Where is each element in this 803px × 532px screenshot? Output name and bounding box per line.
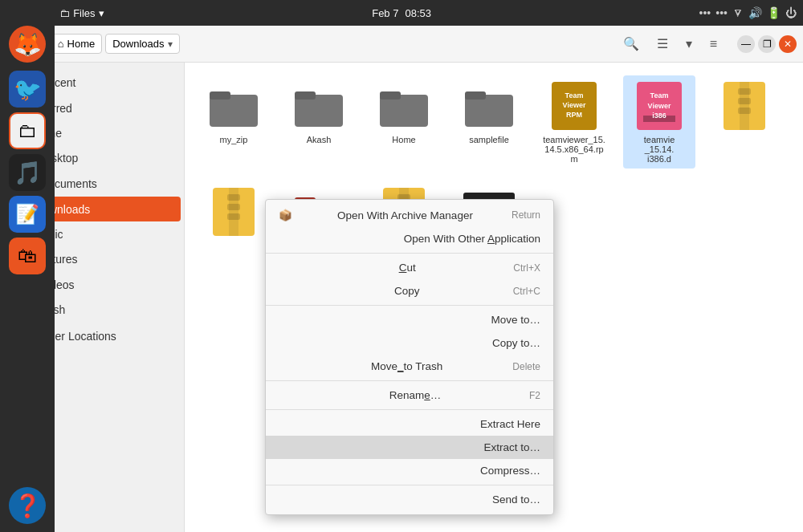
dots-icon-2[interactable]: ••• — [715, 6, 728, 19]
network-icon[interactable]: ⛛ — [732, 6, 744, 19]
file-item-mzip[interactable]: my_zip — [198, 75, 270, 169]
main-container: ‹ › ⌂ Home Downloads ▾ 🔍 ☰ ▾ ≡ — ❐ ✕ 🕐 R… — [0, 26, 803, 532]
ctx-copy-label: Copy — [394, 285, 420, 297]
files-menu[interactable]: 🗀 Files ▾ — [59, 7, 104, 19]
ctx-open-archive[interactable]: 📦 Open With Archive Manager Return — [266, 203, 553, 227]
folder-icon-akash — [293, 80, 344, 132]
path-label: Downloads — [112, 38, 164, 50]
ctx-compress[interactable]: Compress… — [266, 459, 553, 482]
ctx-cut-label: Cut — [399, 262, 416, 274]
files-label: Files — [73, 7, 95, 19]
toolbar-right: 🔍 ☰ ▾ ≡ — [616, 32, 724, 55]
file-item-deb[interactable]: TeamVieweri386 teamvie_15.14.i386.d — [623, 75, 695, 169]
minimize-button[interactable]: — — [737, 35, 755, 53]
restore-button[interactable]: ❐ — [758, 35, 776, 53]
ctx-send-to[interactable]: Send to… — [266, 488, 553, 511]
svg-rect-17 — [227, 213, 240, 220]
folder-icon: 🗀 — [59, 7, 70, 19]
volume-icon[interactable]: 🔊 — [748, 6, 762, 19]
ctx-move-trash-label: Move_to Trash — [371, 360, 442, 372]
dock-help[interactable]: ❓ — [9, 487, 46, 524]
dock-files[interactable]: 🗀 — [9, 112, 46, 149]
file-label-rpm: teamviewer_15.14.5.x86_64.rpm — [543, 135, 605, 164]
ctx-rename-shortcut: F2 — [529, 390, 540, 401]
battery-icon[interactable]: 🔋 — [767, 6, 781, 19]
home-breadcrumb[interactable]: ⌂ Home — [51, 34, 103, 54]
svg-rect-7 — [465, 91, 486, 99]
files-dropdown-icon: ▾ — [99, 7, 104, 19]
file-label-home: Home — [392, 135, 415, 144]
file-item-zip1[interactable] — [708, 75, 781, 169]
ctx-archive-icon: 📦 — [279, 209, 292, 221]
files-area[interactable]: my_zip Akash — [185, 63, 803, 532]
file-item-home[interactable]: Home — [368, 75, 440, 169]
close-button[interactable]: ✕ — [779, 35, 797, 53]
topbar-time: 08:53 — [405, 7, 431, 19]
ctx-extract-here[interactable]: Extract Here — [266, 412, 553, 436]
ctx-sep-5 — [266, 485, 553, 485]
ctx-sep-1 — [266, 253, 553, 254]
file-label-akash: Akash — [307, 135, 332, 144]
path-breadcrumb[interactable]: Downloads ▾ — [105, 34, 179, 54]
dock: 🦊 🐦 🗀 🎵 📝 🛍 ❓ — [0, 0, 55, 532]
ctx-cut-shortcut: Ctrl+X — [513, 262, 540, 274]
ctx-open-archive-shortcut: Return — [512, 209, 540, 221]
ctx-open-other[interactable]: Open With Other Application — [266, 227, 553, 250]
ctx-sep-4 — [266, 409, 553, 410]
svg-rect-12 — [738, 108, 751, 114]
ctx-copy-to-label: Copy to… — [492, 337, 540, 349]
ctx-move-to[interactable]: Move to… — [266, 308, 553, 331]
path-dropdown-icon: ▾ — [168, 39, 173, 50]
ctx-compress-label: Compress… — [480, 465, 540, 477]
topbar-date: Feb 7 — [372, 7, 398, 19]
svg-rect-16 — [227, 204, 240, 210]
ctx-sep-3 — [266, 380, 553, 381]
ctx-extract-to[interactable]: Extract to… — [266, 436, 553, 459]
ctx-copy[interactable]: Copy Ctrl+C — [266, 279, 553, 303]
dock-appstore[interactable]: 🛍 — [9, 238, 46, 274]
file-item-rpm[interactable]: TeamViewerRPM teamviewer_15.14.5.x86_64.… — [538, 75, 610, 169]
dock-rhythmbox[interactable]: 🎵 — [9, 154, 46, 191]
deb-icon: TeamVieweri386 — [634, 80, 685, 132]
view-list-button[interactable]: ☰ — [650, 32, 675, 55]
dock-thunderbird[interactable]: 🐦 — [9, 71, 46, 108]
ctx-send-to-label: Send to… — [492, 493, 540, 506]
folder-icon-mzip — [208, 80, 259, 132]
content-area: 🕐 Recent ★ Starred ⌂ Home 🖥 Desktop 📋 Do… — [0, 63, 803, 532]
svg-rect-3 — [295, 91, 316, 99]
ctx-move-trash-shortcut: Delete — [512, 361, 540, 372]
dock-writer[interactable]: 📝 — [9, 196, 46, 233]
svg-rect-10 — [738, 88, 751, 95]
dock-firefox[interactable]: 🦊 — [9, 26, 46, 63]
home-label: Home — [67, 38, 96, 50]
svg-rect-1 — [210, 91, 230, 99]
file-label-samplefile: samplefile — [469, 135, 509, 144]
svg-rect-11 — [738, 98, 751, 104]
ctx-extract-here-label: Extract Here — [480, 418, 540, 430]
ctx-move-to-label: Move to… — [491, 314, 540, 326]
file-item-zip2[interactable] — [198, 181, 270, 265]
ctx-copy-to[interactable]: Copy to… — [266, 331, 553, 355]
zip-icon-1 — [719, 80, 770, 132]
rpm-icon: TeamViewerRPM — [548, 80, 600, 132]
ctx-rename[interactable]: Rename… F2 — [266, 384, 553, 407]
ctx-sep-2 — [266, 305, 553, 306]
file-label-mzip: my_zip — [220, 135, 248, 144]
folder-icon-samplefile — [463, 80, 515, 132]
ctx-move-trash[interactable]: Move_to Trash Delete — [266, 355, 553, 378]
svg-rect-15 — [227, 194, 240, 201]
power-icon[interactable]: ⏻ — [785, 6, 797, 19]
search-button[interactable]: 🔍 — [616, 32, 646, 55]
ctx-cut[interactable]: Cut Ctrl+X — [266, 256, 553, 279]
menu-button[interactable]: ≡ — [703, 32, 724, 55]
view-toggle-button[interactable]: ▾ — [679, 32, 699, 55]
file-item-akash[interactable]: Akash — [283, 75, 355, 169]
ctx-open-archive-label: Open With Archive Manager — [337, 209, 473, 221]
file-item-samplefile[interactable]: samplefile — [453, 75, 525, 169]
dots-icon-1[interactable]: ••• — [699, 6, 711, 19]
ctx-rename-label: Rename… — [389, 389, 442, 401]
context-menu: 📦 Open With Archive Manager Return Open … — [265, 199, 554, 515]
ctx-open-other-label: Open With Other Application — [404, 233, 540, 245]
topbar-right: ••• ••• ⛛ 🔊 🔋 ⏻ — [699, 6, 797, 19]
zip-icon-2 — [208, 186, 259, 238]
